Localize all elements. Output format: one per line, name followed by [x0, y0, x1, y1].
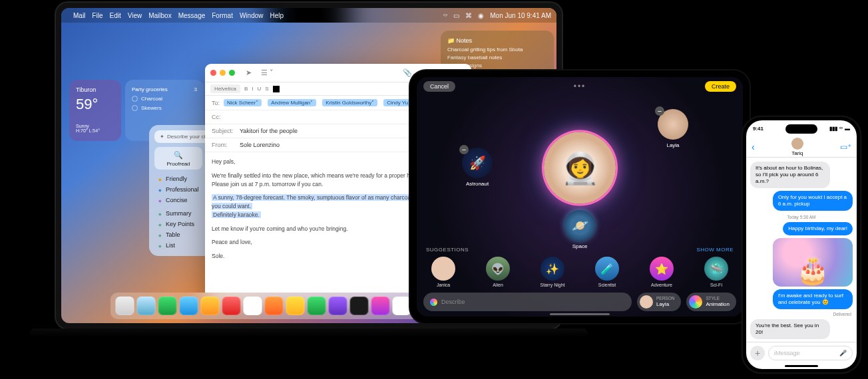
menubar-clock[interactable]: Mon Jun 10 9:41 AM [490, 12, 551, 19]
menu-window[interactable]: Window [240, 12, 264, 19]
suggestions-panel: SUGGESTIONS SHOW MORE Janica 👽Alien ✨Sta… [417, 247, 743, 287]
strike-icon[interactable]: S [265, 86, 268, 92]
suggestion-starry-night[interactable]: ✨Starry Night [535, 257, 570, 287]
menu-help[interactable]: Help [270, 12, 284, 19]
message-incoming[interactable]: It's about an hour to Bolinas, so I'll p… [750, 162, 830, 188]
playground-canvas[interactable]: 👩‍🚀 −🚀 Astronaut − Layla 🪐 Space [417, 96, 743, 247]
dock-app-safari[interactable] [137, 297, 156, 315]
header-menu-icon[interactable]: ☰ ˅ [258, 67, 276, 78]
dock-app[interactable] [308, 297, 326, 315]
back-button[interactable]: ‹ [752, 142, 755, 152]
dock-app-finder[interactable] [116, 297, 134, 315]
menu-mail[interactable]: Mail [73, 12, 85, 19]
dock-app[interactable] [265, 297, 284, 315]
dock-app[interactable] [244, 297, 262, 315]
dynamic-island[interactable] [785, 124, 817, 134]
dock-app[interactable] [393, 297, 411, 315]
macbook-base [23, 328, 595, 338]
underline-icon[interactable]: U [257, 86, 261, 92]
style-chip[interactable]: STYLEAnimation [686, 293, 736, 311]
facetime-icon[interactable]: ▭⁺ [840, 142, 851, 152]
iphone-frame: 9:41 ▮▮▮⌔▬ ‹ Tariq ▭⁺ It's about an hour… [743, 117, 860, 372]
main-avatar[interactable]: 👩‍🚀 [544, 132, 616, 204]
suggestion-adventure[interactable]: ⭐Adventure [644, 257, 679, 287]
zoom-button[interactable] [229, 70, 235, 76]
person-avatar-icon [640, 295, 653, 309]
to-label: To: [212, 100, 220, 106]
dock-app[interactable] [286, 297, 305, 315]
minimize-button[interactable] [220, 70, 226, 76]
dock-app[interactable] [329, 297, 347, 315]
show-more-button[interactable]: SHOW MORE [696, 247, 734, 253]
reminder-checkbox[interactable] [132, 105, 138, 111]
concept-bubble-layla[interactable]: − Layla [658, 109, 688, 148]
dock-app[interactable] [350, 297, 369, 315]
weather-widget[interactable]: Tiburon 59° Sunny H:70° L:54° [69, 80, 121, 141]
siri-icon[interactable]: ◉ [478, 12, 484, 19]
battery-icon: ▬ [845, 126, 850, 132]
reminder-item-2: Skewers [141, 105, 162, 111]
message-outgoing[interactable]: Only for you would I accept a 6 a.m. pic… [773, 191, 853, 211]
apps-button[interactable]: + [750, 346, 765, 360]
recipient-token[interactable]: Andrew Mulligan ˅ [268, 99, 316, 106]
dock-app-mail[interactable] [180, 297, 198, 315]
suggestion-alien[interactable]: 👽Alien [481, 257, 515, 287]
concept-bubble-space[interactable]: 🪐 Space [564, 210, 595, 249]
recipient-token[interactable]: Nick Scheer ˅ [224, 99, 262, 106]
iphone-screen: 9:41 ▮▮▮⌔▬ ‹ Tariq ▭⁺ It's about an hour… [746, 120, 857, 369]
message-outgoing[interactable]: Happy birthday, my dear! [783, 222, 853, 235]
wifi-icon: ⌔ [839, 126, 843, 132]
remove-icon[interactable]: − [655, 106, 664, 116]
battery-icon[interactable]: ▭ [453, 12, 459, 19]
menu-format[interactable]: Format [212, 12, 233, 19]
dock-app[interactable] [371, 297, 390, 315]
contact-header[interactable]: Tariq [791, 138, 803, 156]
menu-file[interactable]: File [92, 12, 103, 19]
dock-app[interactable] [222, 297, 241, 315]
create-button[interactable]: Create [705, 81, 736, 92]
remove-icon[interactable]: − [459, 145, 469, 154]
menubar: Mail File Edit View Mailbox Message Form… [61, 8, 556, 23]
suggestion-scifi[interactable]: 🛸Sci-Fi [699, 257, 734, 287]
home-indicator[interactable] [785, 365, 818, 367]
color-swatch[interactable] [273, 86, 280, 92]
message-incoming[interactable]: You're the best. See you in 20! [750, 319, 830, 339]
suggestion-janica[interactable]: Janica [426, 257, 461, 287]
person-chip[interactable]: PERSONLayla [637, 293, 681, 311]
more-icon[interactable]: ••• [574, 82, 586, 91]
send-icon[interactable]: ➤ [243, 67, 254, 78]
concept-bubble-astronaut[interactable]: −🚀 Astronaut [462, 148, 493, 187]
notes-title: Notes [457, 37, 473, 44]
dock-app-messages[interactable] [158, 297, 177, 315]
message-input[interactable]: iMessage 🎤 [768, 346, 853, 360]
proofread-button[interactable]: 🔍Proofread [154, 147, 202, 170]
close-button[interactable] [210, 70, 216, 76]
menu-view[interactable]: View [128, 12, 142, 19]
delivered-label: Delivered [833, 312, 851, 316]
message-outgoing[interactable]: I'm awake and ready to surf and celebrat… [773, 289, 853, 309]
weather-cond: Sunny [76, 124, 114, 128]
menu-message[interactable]: Message [178, 12, 206, 19]
window-controls [210, 70, 235, 76]
note-row[interactable]: Fantasy baseball notes [447, 55, 547, 61]
recipient-token[interactable]: Kristin Goldsworthy ˅ [322, 99, 377, 106]
ipad-screen: Cancel ••• Create 👩‍🚀 −🚀 Astronaut − Lay… [417, 77, 743, 316]
menu-mailbox[interactable]: Mailbox [148, 12, 171, 19]
dock-app[interactable] [201, 297, 220, 315]
control-center-icon[interactable]: ⌘ [465, 12, 472, 19]
message-image[interactable]: 🎂 [773, 238, 853, 287]
weather-hilo: H:70° L:54° [76, 128, 114, 133]
wifi-icon[interactable]: ⌔ [443, 12, 447, 19]
suggestion-scientist[interactable]: 🧪Scientist [590, 257, 624, 287]
reminder-checkbox[interactable] [132, 96, 138, 102]
home-indicator[interactable] [550, 313, 610, 315]
bold-icon[interactable]: B [244, 86, 248, 92]
cancel-button[interactable]: Cancel [423, 81, 455, 92]
font-select[interactable]: Helvetica [210, 84, 240, 93]
messages-thread[interactable]: It's about an hour to Bolinas, so I'll p… [746, 158, 857, 342]
note-row[interactable]: Charcoal grilling tips from Sbota [447, 47, 547, 53]
dictate-icon[interactable]: 🎤 [839, 350, 847, 356]
italic-icon[interactable]: I [252, 86, 253, 92]
menu-edit[interactable]: Edit [109, 12, 120, 19]
describe-field[interactable]: Describe [423, 293, 632, 311]
